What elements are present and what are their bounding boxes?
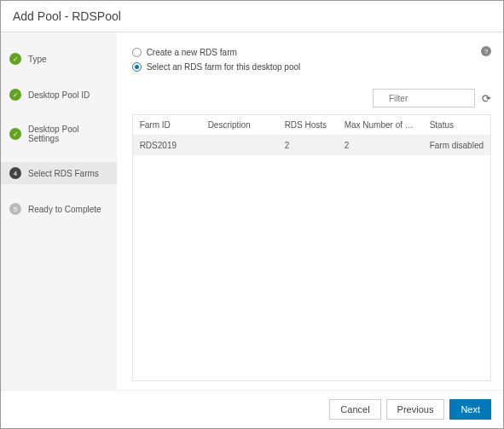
col-max-conn[interactable]: Max Number of Co... (338, 115, 423, 135)
step-number-icon: 4 (9, 167, 21, 179)
help-icon[interactable]: ? (481, 46, 491, 56)
check-icon: ✓ (9, 128, 21, 140)
step-label: Type (28, 55, 47, 64)
step-select-rds-farms[interactable]: 4 Select RDS Farms (1, 162, 117, 184)
cancel-button[interactable]: Cancel (329, 399, 380, 420)
dialog-header: Add Pool - RDSPool (1, 1, 503, 32)
radio-create-farm[interactable]: Create a new RDS farm (132, 48, 491, 57)
step-type[interactable]: ✓ Type (1, 48, 117, 70)
radio-icon (132, 62, 142, 72)
wizard-sidebar: ✓ Type ✓ Desktop Pool ID ✓ Desktop Pool … (1, 32, 117, 390)
cell-description (201, 136, 278, 155)
dialog-footer: Cancel Previous Next (1, 390, 503, 428)
table-body[interactable]: RDS2019 2 2 Farm disabled (133, 136, 490, 380)
check-icon: ✓ (9, 53, 21, 65)
step-ready-to-complete[interactable]: 5 Ready to Complete (1, 198, 117, 220)
add-pool-dialog: Add Pool - RDSPool ✓ Type ✓ Desktop Pool… (0, 0, 504, 429)
filter-row: ▾ ⟳ (132, 89, 491, 107)
step-label: Select RDS Farms (28, 169, 99, 178)
radio-icon (132, 48, 142, 57)
dialog-title: Add Pool - RDSPool (13, 9, 121, 23)
col-rds-hosts[interactable]: RDS Hosts (278, 115, 338, 135)
col-description[interactable]: Description (201, 115, 278, 135)
refresh-icon[interactable]: ⟳ (482, 92, 491, 105)
table-header: Farm ID Description RDS Hosts Max Number… (133, 115, 490, 136)
step-label: Desktop Pool ID (28, 90, 90, 100)
radio-label: Create a new RDS farm (147, 48, 237, 57)
cell-max-conn: 2 (338, 136, 423, 155)
filter-input[interactable] (373, 89, 475, 107)
step-label: Ready to Complete (28, 205, 101, 214)
step-label: Desktop Pool Settings (28, 125, 108, 143)
col-status[interactable]: Status (423, 115, 490, 135)
table-row[interactable]: RDS2019 2 2 Farm disabled (133, 136, 490, 155)
step-desktop-pool-id[interactable]: ✓ Desktop Pool ID (1, 84, 117, 106)
radio-select-farm[interactable]: Select an RDS farm for this desktop pool (132, 62, 491, 72)
cell-rds-hosts: 2 (278, 136, 338, 155)
radio-label: Select an RDS farm for this desktop pool (147, 62, 301, 72)
cell-status: Farm disabled (423, 136, 490, 155)
dialog-body: ✓ Type ✓ Desktop Pool ID ✓ Desktop Pool … (1, 32, 503, 390)
farms-table: Farm ID Description RDS Hosts Max Number… (132, 114, 491, 381)
main-panel: ? Create a new RDS farm Select an RDS fa… (117, 32, 503, 390)
cell-farm-id: RDS2019 (133, 136, 201, 155)
previous-button[interactable]: Previous (386, 399, 445, 420)
step-number-icon: 5 (9, 203, 21, 215)
check-icon: ✓ (9, 89, 21, 101)
step-desktop-pool-settings[interactable]: ✓ Desktop Pool Settings (1, 119, 117, 148)
filter-wrap: ▾ (373, 89, 475, 107)
next-button[interactable]: Next (449, 399, 491, 420)
col-farm-id[interactable]: Farm ID (133, 115, 201, 135)
